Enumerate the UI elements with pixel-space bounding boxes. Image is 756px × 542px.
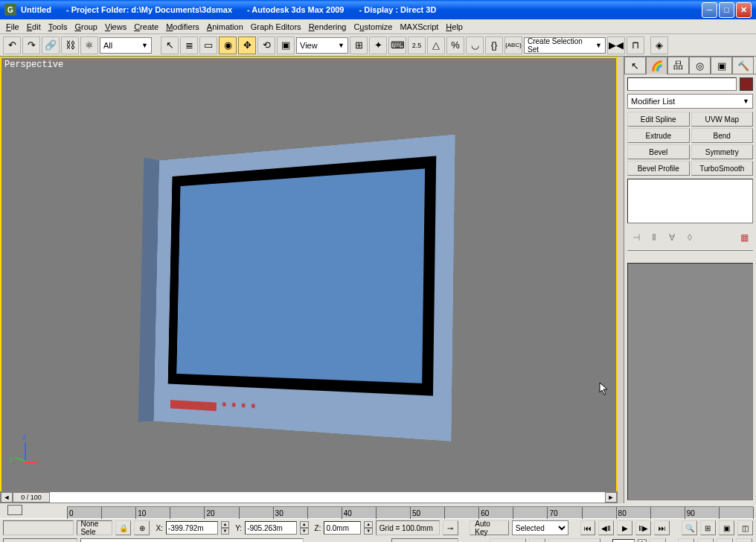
tab-hierarchy[interactable]: 品	[667, 57, 689, 74]
time-slider[interactable]: ◄ 0 / 100 ►	[0, 491, 618, 503]
track-bar-handle[interactable]	[7, 505, 22, 515]
timeline[interactable]: 0102030405060708090100	[0, 503, 756, 518]
modifier-bevel-profile[interactable]: Bevel Profile	[627, 161, 690, 176]
snap-toggle-icon[interactable]: 2.5	[408, 36, 426, 54]
key-icon[interactable]: ⊸	[529, 538, 545, 542]
bind-icon[interactable]: ⚛	[80, 36, 98, 54]
rotate-icon[interactable]: ⟲	[257, 36, 275, 54]
pivot-center-icon[interactable]: ⊞	[350, 36, 368, 54]
menu-modifiers[interactable]: Modifiers	[166, 22, 199, 31]
lock-selection-icon[interactable]: 🔒	[115, 520, 131, 535]
pan-icon[interactable]: ✋	[678, 538, 694, 542]
modifier-bevel[interactable]: Bevel	[627, 144, 690, 159]
spinner-snap-icon[interactable]: ◡	[466, 36, 484, 54]
arc-rotate-icon[interactable]: ◐	[697, 538, 714, 542]
menu-file[interactable]: File	[6, 22, 19, 31]
menu-maxscript[interactable]: MAXScript	[400, 22, 438, 31]
selection-filter[interactable]: All▼	[100, 37, 152, 54]
configure-sets-icon[interactable]: ▦	[737, 231, 752, 244]
time-config-icon[interactable]: ⏱	[650, 538, 666, 542]
move-icon[interactable]: ✥	[238, 36, 256, 54]
setkey-button[interactable]: Set Key	[490, 538, 526, 542]
modifier-bend[interactable]: Bend	[691, 128, 754, 143]
menu-edit[interactable]: Edit	[27, 22, 41, 31]
tab-display[interactable]: ▣	[711, 57, 732, 74]
close-button[interactable]: ✕	[736, 2, 752, 18]
scale-icon[interactable]: ▣	[277, 36, 295, 54]
percent-snap-icon[interactable]: %	[446, 36, 464, 54]
menu-views[interactable]: Views	[105, 22, 126, 31]
z-coord-input[interactable]	[324, 521, 361, 535]
zoom-extents-icon[interactable]: ▣	[719, 520, 734, 535]
layer-manager-icon[interactable]: ◈	[650, 36, 668, 54]
select-icon[interactable]: ↖	[161, 36, 179, 54]
zoom-all-icon[interactable]: ⊞	[700, 520, 716, 535]
abs-rel-icon[interactable]: ⊕	[134, 520, 150, 535]
autokey-button[interactable]: Auto Key	[470, 520, 509, 535]
undo-icon[interactable]: ↶	[3, 36, 21, 54]
pin-stack-icon[interactable]: ⊣	[629, 231, 644, 244]
max-toggle-icon[interactable]: ⊡	[736, 538, 752, 542]
link-icon[interactable]: 🔗	[42, 36, 60, 54]
modifier-symmetry[interactable]: Symmetry	[691, 144, 754, 159]
keyfilters-button[interactable]: Key Filters...	[548, 538, 600, 542]
perspective-viewport[interactable]: Perspective z y x	[0, 57, 618, 494]
goto-end-icon[interactable]: ⏭	[654, 520, 670, 535]
tab-utilities[interactable]: 🔨	[732, 57, 754, 74]
key-mode-icon[interactable]: ⊸	[443, 520, 458, 535]
keyboard-shortcut-icon[interactable]: ⌨	[388, 36, 406, 54]
redo-icon[interactable]: ↷	[22, 36, 40, 54]
play-icon[interactable]: ▶	[617, 520, 632, 535]
show-end-result-icon[interactable]: Ⅱ	[647, 231, 662, 244]
window-crossing-icon[interactable]: ◉	[219, 36, 237, 54]
menu-create[interactable]: Create	[134, 22, 158, 31]
command-panel: ↖ 🌈 品 ◎ ▣ 🔨 Modifier List▼ Edit SplineUV…	[624, 57, 756, 503]
selection-set-combo[interactable]: Create Selection Set▼	[524, 37, 606, 54]
modifier-turbosmooth[interactable]: TurboSmooth	[691, 161, 754, 176]
manipulate-icon[interactable]: ✦	[369, 36, 387, 54]
modifier-uvw-map[interactable]: UVW Map	[691, 112, 754, 127]
time-tag[interactable]: Add Time Tag	[391, 538, 458, 542]
menu-animation[interactable]: Animation	[207, 22, 243, 31]
modifier-list[interactable]: Modifier List▼	[627, 94, 753, 109]
unlink-icon[interactable]: ⛓	[61, 36, 79, 54]
next-frame-icon[interactable]: Ⅱ▶	[635, 520, 651, 535]
x-coord-input[interactable]	[166, 521, 218, 535]
edit-named-sel-icon[interactable]: {}	[485, 36, 503, 54]
status-area: None Sele 🔒 ⊕ X: ▲▼ Y: ▲▼ Z: ▲▼ Grid = 1…	[0, 518, 756, 542]
select-by-name-icon[interactable]: ≣	[180, 36, 198, 54]
tab-create[interactable]: ↖	[624, 57, 646, 74]
menu-customize[interactable]: Customize	[353, 22, 392, 31]
menu-grapheditors[interactable]: Graph Editors	[251, 22, 301, 31]
object-name-input[interactable]	[627, 77, 737, 91]
mirror-icon[interactable]: ▶◀	[607, 36, 625, 54]
tab-modify[interactable]: 🌈	[646, 57, 667, 74]
zoom-icon[interactable]: 🔍	[682, 520, 697, 535]
make-unique-icon[interactable]: ∀	[664, 231, 679, 244]
named-sel-sets-icon[interactable]: {ABC}	[504, 36, 522, 54]
menu-help[interactable]: Help	[446, 22, 463, 31]
modifier-extrude[interactable]: Extrude	[627, 128, 690, 143]
y-coord-input[interactable]	[245, 521, 297, 535]
frame-input[interactable]	[612, 539, 635, 542]
fov-icon[interactable]: ▷	[717, 538, 733, 542]
ref-coord-system[interactable]: View▼	[296, 37, 348, 54]
menu-group[interactable]: Group	[74, 22, 97, 31]
menu-tools[interactable]: Tools	[48, 22, 68, 31]
modifier-edit-spline[interactable]: Edit Spline	[627, 112, 690, 127]
align-icon[interactable]: ⊓	[627, 36, 644, 54]
minimize-button[interactable]: ─	[702, 2, 717, 18]
menu-rendering[interactable]: Rendering	[309, 22, 347, 31]
prev-frame-icon[interactable]: ◀Ⅱ	[598, 520, 614, 535]
goto-start-icon[interactable]: ⏮	[580, 520, 596, 535]
tab-motion[interactable]: ◎	[689, 57, 711, 74]
remove-modifier-icon[interactable]: ◊	[682, 231, 697, 244]
angle-snap-icon[interactable]: △	[427, 36, 445, 54]
select-region-icon[interactable]: ▭	[199, 36, 217, 54]
keyfilter-select[interactable]: Selected	[512, 520, 568, 535]
viewport-label: Perspective	[4, 60, 63, 70]
object-color[interactable]	[740, 77, 753, 91]
maximize-button[interactable]: □	[719, 2, 734, 18]
zoom-extents-all-icon[interactable]: ◫	[737, 520, 753, 535]
modifier-stack[interactable]	[627, 179, 753, 223]
